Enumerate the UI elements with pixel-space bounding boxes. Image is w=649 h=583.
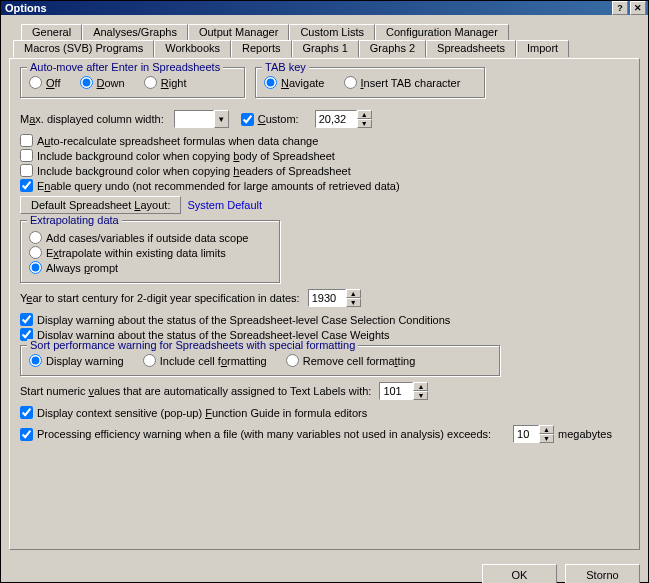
tab-workbooks[interactable]: Workbooks (154, 40, 231, 57)
options-dialog: Options ? ✕ GeneralAnalyses/GraphsOutput… (0, 0, 649, 583)
close-button[interactable]: ✕ (630, 1, 646, 15)
tab-page-spreadsheets: Auto-move after Enter in Spreadsheets Of… (9, 58, 640, 550)
default-layout-button[interactable]: Default Spreadsheet Layout: (20, 196, 181, 214)
proceff-unit: megabytes (558, 428, 612, 440)
dialog-footer: OK Storno (1, 558, 648, 583)
proceff-spin-up[interactable]: ▲ (539, 425, 554, 434)
maxwidth-dropdown-button[interactable]: ▼ (214, 110, 229, 128)
tab-custom-lists[interactable]: Custom Lists (289, 24, 375, 40)
proceff-spin[interactable]: ▲▼ (513, 425, 554, 443)
custom-spin-down[interactable]: ▼ (357, 119, 372, 128)
group-sortperf-legend: Sort performance warning for Spreadsheet… (27, 339, 358, 351)
tab-reports[interactable]: Reports (231, 40, 292, 57)
automove-off-radio[interactable]: Off (29, 76, 60, 89)
tab-general[interactable]: General (21, 24, 82, 40)
titlebar[interactable]: Options ? ✕ (1, 1, 648, 15)
bghead-checkbox[interactable]: Include background color when copying he… (20, 164, 351, 177)
proceff-checkbox[interactable]: Processing efficiency warning when a fil… (20, 428, 491, 441)
tab-output-manager[interactable]: Output Manager (188, 24, 290, 40)
storno-button[interactable]: Storno (565, 564, 640, 583)
content-area: GeneralAnalyses/GraphsOutput ManagerCust… (1, 15, 648, 558)
year-spin-up[interactable]: ▲ (346, 289, 361, 298)
window-title: Options (3, 2, 612, 14)
default-layout-value: System Default (187, 199, 262, 211)
tab-analyses-graphs[interactable]: Analyses/Graphs (82, 24, 188, 40)
queryundo-checkbox[interactable]: Enable query undo (not recommended for l… (20, 179, 400, 192)
tab-graphs-2[interactable]: Graphs 2 (359, 40, 426, 57)
group-tabkey: TAB key Navigate Insert TAB character (255, 67, 485, 98)
startnum-spin[interactable]: ▲▼ (379, 382, 428, 400)
maxwidth-label: Max. displayed column width: (20, 113, 164, 125)
maxwidth-row: Max. displayed column width: ▼ Custom: ▲… (20, 110, 629, 128)
fnguide-checkbox[interactable]: Display context sensitive (pop-up) Funct… (20, 406, 367, 419)
tabkey-navigate-radio[interactable]: Navigate (264, 76, 324, 89)
proceff-spin-down[interactable]: ▼ (539, 434, 554, 443)
sortperf-warn-radio[interactable]: Display warning (29, 354, 124, 367)
sortperf-include-radio[interactable]: Include cell formatting (143, 354, 267, 367)
automove-down-radio[interactable]: Down (80, 76, 125, 89)
autorecalc-checkbox[interactable]: Auto-recalculate spreadsheet formulas wh… (20, 134, 318, 147)
ok-button[interactable]: OK (482, 564, 557, 583)
warn-caseselect-checkbox[interactable]: Display warning about the status of the … (20, 313, 450, 326)
custom-spin-up[interactable]: ▲ (357, 110, 372, 119)
proceff-input[interactable] (513, 425, 539, 443)
startnum-input[interactable] (379, 382, 413, 400)
bgbody-checkbox[interactable]: Include background color when copying bo… (20, 149, 335, 162)
extrapolate-add-radio[interactable]: Add cases/variables if outside data scop… (29, 231, 248, 244)
tab-spreadsheets[interactable]: Spreadsheets (426, 40, 516, 57)
group-extrapolate: Extrapolating data Add cases/variables i… (20, 220, 280, 283)
extrapolate-limits-radio[interactable]: Extrapolate within existing data limits (29, 246, 226, 259)
tabstrip: GeneralAnalyses/GraphsOutput ManagerCust… (9, 23, 640, 56)
group-extrapolate-legend: Extrapolating data (27, 214, 122, 226)
help-button[interactable]: ? (612, 1, 628, 15)
group-automove: Auto-move after Enter in Spreadsheets Of… (20, 67, 245, 98)
maxwidth-input[interactable] (174, 110, 214, 128)
tab-configuration-manager[interactable]: Configuration Manager (375, 24, 509, 40)
tab-macros-svb-programs[interactable]: Macros (SVB) Programs (13, 40, 154, 57)
tabkey-insert-radio[interactable]: Insert TAB character (344, 76, 461, 89)
sortperf-remove-radio[interactable]: Remove cell formatting (286, 354, 416, 367)
startnum-spin-up[interactable]: ▲ (413, 382, 428, 391)
startnum-spin-down[interactable]: ▼ (413, 391, 428, 400)
year-spin-down[interactable]: ▼ (346, 298, 361, 307)
year-spin[interactable]: ▲▼ (308, 289, 361, 307)
group-tabkey-legend: TAB key (262, 61, 309, 73)
tab-import[interactable]: Import (516, 40, 569, 57)
group-sortperf: Sort performance warning for Spreadsheet… (20, 345, 500, 376)
year-label: Year to start century for 2-digit year s… (20, 292, 300, 304)
custom-spin[interactable]: ▲▼ (315, 110, 372, 128)
custom-value-input[interactable] (315, 110, 357, 128)
extrapolate-prompt-radio[interactable]: Always prompt (29, 261, 118, 274)
year-input[interactable] (308, 289, 346, 307)
automove-right-radio[interactable]: Right (144, 76, 187, 89)
maxwidth-combo[interactable]: ▼ (174, 110, 229, 128)
custom-checkbox[interactable]: Custom: (241, 113, 299, 126)
group-automove-legend: Auto-move after Enter in Spreadsheets (27, 61, 223, 73)
startnum-label: Start numeric values that are automatica… (20, 385, 371, 397)
tab-graphs-1[interactable]: Graphs 1 (292, 40, 359, 57)
